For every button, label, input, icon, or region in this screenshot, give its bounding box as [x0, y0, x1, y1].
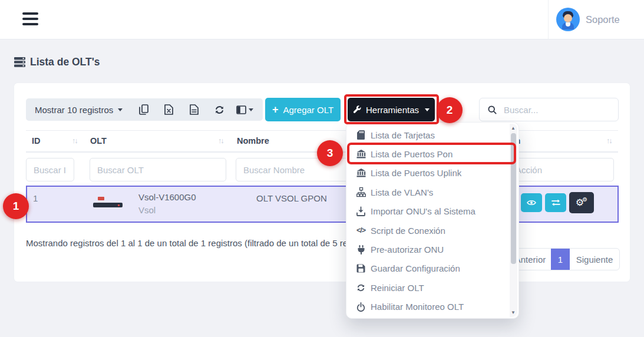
chevron-down-icon [425, 108, 430, 111]
sync-icon [355, 283, 366, 292]
add-olt-button[interactable]: + Agregar OLT [265, 98, 341, 121]
table-columns-icon [236, 105, 246, 114]
row-id: 1 [33, 193, 38, 203]
annotation-step-2: 2 [437, 97, 463, 123]
olt-model: Vsol-V1600G0 [138, 192, 196, 202]
power-icon [355, 302, 366, 312]
tools-label: Herramientas [366, 105, 419, 115]
chevron-down-icon [118, 108, 123, 111]
sort-icon[interactable]: ↑↓ [72, 137, 77, 145]
row-nombre: OLT VSOL GPON [256, 193, 327, 203]
menu-item-guardar-configuracion[interactable]: Guardar Configuración [346, 259, 518, 278]
table-toolbar-group: Mostrar 10 registros [26, 98, 263, 121]
table-summary: Mostrando registros del 1 al 1 de un tot… [26, 238, 377, 248]
menu-item-script-de-conexion[interactable]: </> Script de Conexión [346, 221, 518, 240]
sort-icon[interactable]: ↑↓ [606, 137, 612, 145]
scroll-up-icon[interactable]: ▲ [511, 125, 516, 131]
menu-item-lista-de-tarjetas[interactable]: Lista de Tarjetas [346, 125, 518, 144]
show-entries-dropdown[interactable]: Mostrar 10 registros [26, 105, 131, 115]
file-text-icon [190, 104, 199, 115]
pagination: Anterior 1 Siguiente [509, 248, 620, 270]
filter-olt-input[interactable] [90, 158, 226, 181]
refresh-icon [214, 105, 224, 115]
pagination-page-1[interactable]: 1 [551, 249, 570, 270]
user-avatar[interactable] [556, 8, 580, 31]
show-entries-label: Mostrar 10 registros [35, 105, 113, 115]
building-columns-icon [355, 150, 366, 158]
dropdown-scrollbar[interactable]: ▲ ▼ [510, 124, 517, 317]
olt-chassis-graphic [93, 203, 123, 207]
scrollbar-thumb[interactable] [511, 133, 516, 264]
download-icon [355, 207, 366, 216]
exchange-button[interactable] [545, 193, 566, 212]
pagination-next[interactable]: Siguiente [570, 249, 619, 270]
column-header-nombre[interactable]: Nombre [237, 136, 269, 146]
vsol-logo [98, 197, 104, 200]
menu-item-reiniciar-olt[interactable]: Reiniciar OLT [346, 278, 518, 297]
page-title-text: Lista de OLT's [30, 56, 100, 68]
scroll-down-icon[interactable]: ▼ [511, 310, 516, 315]
sitemap-icon [355, 187, 366, 197]
search-icon [488, 105, 497, 114]
export-excel-button[interactable] [156, 98, 181, 121]
plus-icon: + [272, 104, 279, 115]
copy-icon [139, 104, 148, 115]
eye-icon [527, 199, 536, 206]
page-title: Lista de OLT's [14, 56, 100, 68]
olt-device-image [93, 195, 124, 213]
code-icon: </> [355, 226, 366, 234]
menu-toggle-icon[interactable] [22, 12, 38, 27]
plug-icon [355, 245, 366, 255]
export-file-button[interactable] [181, 98, 207, 121]
olt-management-screen: Soporte Lista de OLT's Mostrar 10 regist… [0, 0, 644, 337]
exchange-arrows-icon [551, 199, 560, 206]
column-header-id[interactable]: ID [32, 136, 41, 146]
row-actions: ⚙ ⚙ [521, 192, 594, 213]
table-row[interactable]: 1 Vsol-V1600G0 Vsol OLT VSOL GPON [26, 186, 619, 223]
user-name[interactable]: Soporte [586, 14, 620, 25]
menu-item-pre-autorizar-onu[interactable]: Pre-autorizar ONU [346, 240, 518, 259]
olt-brand: Vsol [138, 205, 196, 215]
server-icon [14, 57, 25, 67]
column-header-olt[interactable]: OLT [90, 136, 107, 146]
menu-item-lista-de-vlans[interactable]: Lista de VLAN's [346, 183, 518, 201]
filter-id-input[interactable] [26, 158, 74, 181]
tools-dropdown-button[interactable]: Herramientas [348, 98, 435, 121]
building-columns-icon [355, 168, 366, 177]
menu-item-habilitar-monitoreo-olt[interactable]: Habilitar Monitoreo OLT [346, 298, 518, 316]
annotation-step-1: 1 [3, 193, 29, 219]
olt-settings-button[interactable]: ⚙ ⚙ [569, 192, 594, 213]
tools-dropdown-menu: Lista de Tarjetas Lista de Puertos Pon [346, 122, 519, 319]
top-navbar: Soporte [0, 0, 644, 39]
wrench-icon [353, 105, 361, 114]
refresh-button[interactable] [207, 98, 232, 121]
copy-button[interactable] [131, 98, 156, 121]
menu-item-importar-onus[interactable]: Importar ONU's al Sistema [346, 202, 518, 221]
file-excel-icon [164, 104, 173, 115]
menu-item-lista-de-puertos-uplink[interactable]: Lista de Puertos Uplink [346, 164, 518, 183]
menu-item-lista-de-puertos-pon[interactable]: Lista de Puertos Pon [346, 144, 518, 163]
save-icon [355, 264, 366, 273]
sd-card-icon [355, 130, 366, 140]
add-olt-label: Agregar OLT [283, 105, 333, 115]
olt-name-cell: Vsol-V1600G0 Vsol [138, 192, 196, 215]
table-search [479, 98, 619, 121]
search-input[interactable] [503, 104, 622, 115]
view-olt-button[interactable] [521, 193, 542, 212]
topbar-divider [548, 0, 549, 39]
gears-icon: ⚙ [582, 197, 587, 203]
olt-list-card: Mostrar 10 registros [14, 83, 630, 282]
chevron-down-icon [249, 108, 253, 111]
sort-icon[interactable]: ↑↓ [218, 137, 223, 145]
column-visibility-button[interactable] [232, 98, 257, 121]
annotation-step-3: 3 [317, 140, 343, 166]
